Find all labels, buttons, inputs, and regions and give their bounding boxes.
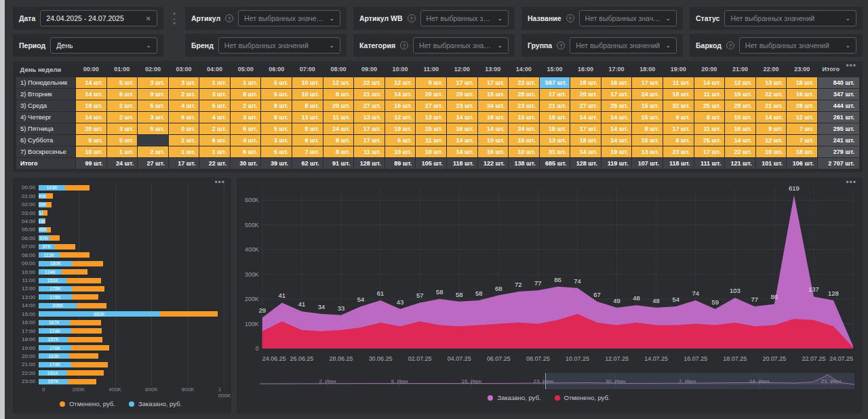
heatmap-cell[interactable]: 21 шт. bbox=[354, 88, 385, 100]
heatmap-cell[interactable]: 12 шт. bbox=[787, 111, 818, 123]
heatmap-cell[interactable]: 3 шт. bbox=[261, 134, 292, 146]
heatmap-cell[interactable]: 9 шт. bbox=[76, 134, 107, 146]
heatmap-cell[interactable]: 14 шт. bbox=[477, 123, 509, 134]
name-select[interactable]: Нет выбранных значений⌄ bbox=[579, 10, 677, 26]
ordered-bar[interactable]: 151K bbox=[39, 278, 66, 283]
cancelled-bar[interactable] bbox=[55, 244, 75, 250]
heatmap-cell[interactable]: 10 шт. bbox=[76, 146, 107, 157]
brand-select[interactable]: Нет выбранных значений⌄ bbox=[218, 37, 340, 54]
heatmap-cell[interactable]: 2 шт. bbox=[199, 123, 231, 134]
heatmap-cell[interactable]: 11 шт. bbox=[694, 88, 725, 100]
ordered-bar[interactable]: 45K bbox=[39, 227, 47, 233]
ordered-bar[interactable]: 180K bbox=[39, 261, 72, 266]
heatmap-cell[interactable]: 7 шт. bbox=[787, 134, 818, 146]
heatmap-cell[interactable]: 6 шт. bbox=[106, 88, 138, 100]
cancelled-bar[interactable] bbox=[72, 261, 102, 266]
heatmap-cell[interactable]: 18 шт. bbox=[787, 77, 818, 88]
heatmap-cell[interactable]: 1 шт. bbox=[199, 77, 231, 88]
info-icon[interactable]: ? bbox=[557, 41, 565, 49]
heatmap-cell[interactable]: 16 шт. bbox=[384, 100, 416, 111]
heatmap-cell[interactable]: 13 шт. bbox=[632, 146, 663, 157]
heatmap-cell[interactable]: 21 шт. bbox=[755, 100, 787, 111]
info-icon[interactable]: ? bbox=[400, 41, 408, 49]
heatmap-cell[interactable]: 13 шт. bbox=[292, 111, 323, 123]
heatmap-cell[interactable]: 18 шт. bbox=[76, 100, 107, 111]
heatmap-cell[interactable]: 14 шт. bbox=[384, 88, 416, 100]
heatmap-cell[interactable]: 31 шт. bbox=[539, 146, 570, 157]
heatmap-cell[interactable]: 6 шт. bbox=[230, 123, 261, 134]
heatmap-cell[interactable]: 18 шт. bbox=[787, 146, 818, 157]
heatmap-cell[interactable]: 13 шт. bbox=[539, 134, 570, 146]
heatmap-cell[interactable]: 23 шт. bbox=[509, 77, 540, 88]
heatmap-cell[interactable]: 4 шт. bbox=[230, 134, 261, 146]
heatmap-cell[interactable]: 5 шт. bbox=[138, 100, 169, 111]
heatmap-cell[interactable]: 18 шт. bbox=[539, 123, 570, 134]
heatmap-cell[interactable]: 1 шт. bbox=[168, 134, 199, 146]
heatmap-cell[interactable]: 17 шт. bbox=[539, 88, 570, 100]
heatmap-cell[interactable]: 2 шт. bbox=[106, 100, 138, 111]
heatmap-cell[interactable]: 23 шт. bbox=[509, 100, 540, 111]
heatmap-cell[interactable]: 0 шт. bbox=[168, 123, 199, 134]
heatmap-cell[interactable]: 13 шт. bbox=[354, 111, 385, 123]
heatmap-cell[interactable]: 14 шт. bbox=[446, 111, 477, 123]
period-select[interactable]: День⌄ bbox=[50, 37, 157, 54]
heatmap-cell[interactable]: 10 шт. bbox=[292, 77, 323, 88]
heatmap-cell[interactable]: 10 шт. bbox=[755, 146, 787, 157]
heatmap-cell[interactable]: 19 шт. bbox=[725, 88, 756, 100]
heatmap-cell[interactable]: 12 шт. bbox=[384, 77, 416, 88]
heatmap-cell[interactable]: 8 шт. bbox=[694, 111, 725, 123]
heatmap-cell[interactable]: 10 шт. bbox=[509, 146, 540, 157]
heatmap-cell[interactable]: 16 шт. bbox=[787, 88, 818, 100]
heatmap-cell[interactable]: 9 шт. bbox=[416, 77, 447, 88]
cancelled-bar[interactable] bbox=[65, 185, 90, 191]
heatmap-cell[interactable]: 5 шт. bbox=[106, 134, 138, 146]
heatmap-cell[interactable]: 2 шт. bbox=[168, 88, 199, 100]
heatmap-cell[interactable]: 5 шт. bbox=[261, 88, 292, 100]
cancelled-bar[interactable] bbox=[77, 303, 106, 308]
heatmap-cell[interactable] bbox=[138, 134, 169, 146]
heatmap-cell[interactable]: 17 шт. bbox=[632, 77, 663, 88]
ordered-bar[interactable]: 652K bbox=[39, 311, 160, 317]
cancelled-bar[interactable] bbox=[50, 235, 60, 241]
heatmap-cell[interactable]: 5 шт. bbox=[261, 146, 292, 157]
group-select[interactable]: Нет выбранных значений⌄ bbox=[570, 37, 677, 54]
heatmap-cell[interactable]: 8 шт. bbox=[323, 134, 354, 146]
heatmap-cell[interactable]: 22 шт. bbox=[725, 146, 756, 157]
heatmap-cell[interactable]: 24 шт. bbox=[509, 123, 540, 134]
heatmap-cell[interactable]: 14 шт. bbox=[694, 77, 725, 88]
heatmap-cell[interactable]: 10 шт. bbox=[416, 146, 447, 157]
heatmap-cell[interactable]: 5 шт. bbox=[138, 123, 169, 134]
cancelled-bar[interactable] bbox=[43, 210, 47, 216]
heatmap-cell[interactable]: 19 шт. bbox=[384, 123, 416, 134]
heatmap-cell[interactable]: 25 шт. bbox=[694, 100, 725, 111]
heatmap-cell[interactable]: 34 шт. bbox=[477, 100, 509, 111]
heatmap-cell[interactable]: 11 шт. bbox=[694, 123, 725, 134]
date-stepper[interactable]: ˄‒˅ bbox=[170, 7, 178, 30]
heatmap-cell[interactable]: 24 шт. bbox=[323, 123, 354, 134]
heatmap-cell[interactable]: 8 шт. bbox=[663, 134, 694, 146]
cancelled-bar[interactable] bbox=[62, 269, 87, 275]
heatmap-cell[interactable]: 27 шт. bbox=[354, 100, 385, 111]
heatmap-cell[interactable]: 5 шт. bbox=[106, 77, 138, 88]
heatmap-cell[interactable]: 11 шт. bbox=[354, 146, 385, 157]
heatmap-cell[interactable]: 1 шт. bbox=[230, 77, 261, 88]
heatmap-cell[interactable]: 13 шт. bbox=[755, 77, 787, 88]
heatmap-cell[interactable]: 14 шт. bbox=[601, 111, 632, 123]
heatmap-cell[interactable]: 9 шт. bbox=[663, 111, 694, 123]
heatmap-cell[interactable]: 7 шт. bbox=[787, 123, 818, 134]
article-select[interactable]: Нет выбранных значений⌄ bbox=[238, 10, 340, 26]
more-options-icon[interactable]: ••• bbox=[846, 178, 856, 187]
ordered-bar[interactable]: 176K bbox=[39, 345, 71, 351]
heatmap-cell[interactable]: 17 шт. bbox=[354, 134, 385, 146]
heatmap-cell[interactable]: 6 шт. bbox=[168, 111, 199, 123]
ordered-bar[interactable]: 157K bbox=[39, 379, 68, 384]
heatmap-cell[interactable]: 11 шт. bbox=[663, 77, 694, 88]
heatmap-cell[interactable]: 15 шт. bbox=[632, 111, 663, 123]
heatmap-cell[interactable]: 6 шт. bbox=[230, 146, 261, 157]
heatmap-cell[interactable]: 14 шт. bbox=[76, 111, 107, 123]
heatmap-cell[interactable]: 1 шт. bbox=[199, 146, 231, 157]
heatmap-cell[interactable]: 3 шт. bbox=[138, 77, 169, 88]
heatmap-cell[interactable]: 15 шт. bbox=[477, 88, 509, 100]
cancelled-bar[interactable] bbox=[47, 227, 51, 233]
heatmap-cell[interactable]: 18 шт. bbox=[570, 77, 601, 88]
